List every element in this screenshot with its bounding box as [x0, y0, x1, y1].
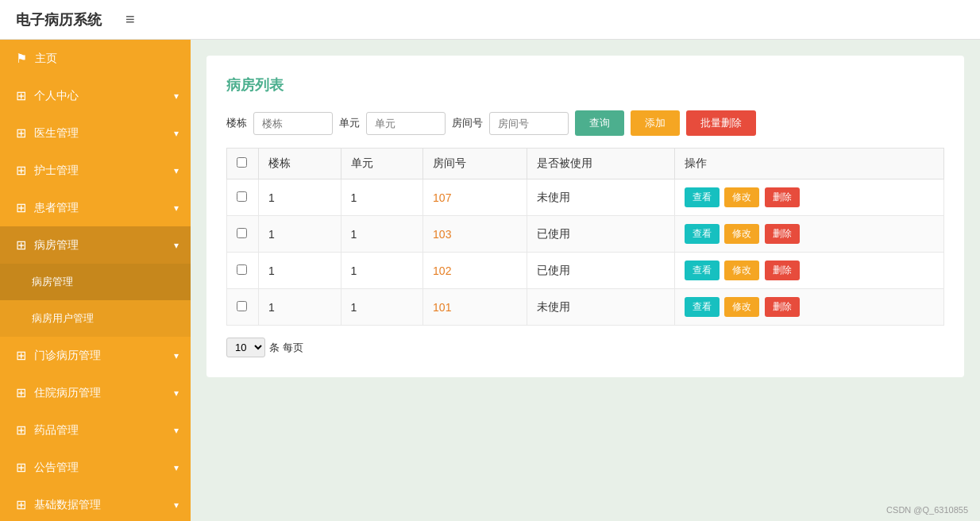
app-title: 电子病历系统	[16, 10, 102, 29]
edit-button[interactable]: 修改	[724, 224, 759, 244]
view-button[interactable]: 查看	[685, 224, 720, 244]
edit-button[interactable]: 修改	[724, 260, 759, 280]
select-all-checkbox[interactable]	[237, 157, 247, 168]
sidebar-label-ward-mgmt: 病房管理	[34, 238, 79, 253]
cell-room: 101	[423, 289, 527, 326]
row-checkbox[interactable]	[237, 191, 247, 202]
grid-icon-basic: ⊞	[16, 497, 26, 512]
sidebar-item-notice[interactable]: ⊞ 公告管理 ▾	[0, 449, 191, 486]
view-button[interactable]: 查看	[685, 260, 720, 280]
cell-unit: 1	[341, 216, 423, 253]
sidebar-label-personal: 个人中心	[34, 89, 79, 103]
per-page-select[interactable]: 102050	[226, 338, 265, 357]
edit-button[interactable]: 修改	[724, 187, 759, 207]
edit-button[interactable]: 修改	[724, 297, 759, 317]
pagination: 102050 条 每页	[226, 338, 944, 357]
grid-icon-notice: ⊞	[16, 460, 26, 475]
sidebar: ⚑ 主页 ⊞ 个人中心 ▾ ⊞ 医生管理 ▾ ⊞ 护士管理 ▾ ⊞ 患者管理 ▾…	[0, 40, 191, 521]
sidebar-item-doctor[interactable]: ⊞ 医生管理 ▾	[0, 114, 191, 152]
search-bar: 楼栋 单元 房间号 查询 添加 批量删除	[226, 110, 944, 136]
main-content: 病房列表 楼栋 单元 房间号 查询 添加 批量删除 楼栋	[191, 40, 980, 521]
grid-icon-inpatient: ⊞	[16, 385, 26, 400]
grid-icon-patient: ⊞	[16, 200, 26, 215]
grid-icon-nurse: ⊞	[16, 163, 26, 178]
sidebar-item-outpatient[interactable]: ⊞ 门诊病历管理 ▾	[0, 337, 191, 374]
sidebar-label-nurse: 护士管理	[34, 164, 79, 178]
view-button[interactable]: 查看	[685, 297, 720, 317]
sidebar-item-patient[interactable]: ⊞ 患者管理 ▾	[0, 189, 191, 226]
delete-button[interactable]: 删除	[765, 297, 800, 317]
row-checkbox[interactable]	[237, 228, 247, 238]
row-checkbox[interactable]	[237, 264, 247, 275]
unit-input[interactable]	[366, 112, 446, 135]
chevron-down-icon-medicine: ▾	[174, 425, 179, 436]
sidebar-item-basic[interactable]: ⊞ 基础数据管理 ▾	[0, 486, 191, 521]
cell-actions: 查看 修改 删除	[674, 253, 943, 289]
cell-status: 未使用	[527, 289, 674, 326]
header: 电子病历系统 ≡	[0, 0, 980, 40]
building-input[interactable]	[253, 112, 333, 135]
sidebar-label-ward-user: 病房用户管理	[32, 311, 94, 326]
menu-toggle-icon[interactable]: ≡	[125, 10, 135, 29]
cell-checkbox	[227, 179, 259, 216]
th-checkbox	[227, 149, 259, 179]
unit-label: 单元	[339, 116, 360, 130]
watermark: CSDN @Q_6310855	[886, 505, 968, 515]
sidebar-label-basic: 基础数据管理	[34, 498, 101, 512]
th-room: 房间号	[423, 149, 527, 179]
th-unit: 单元	[341, 149, 423, 179]
cell-room: 103	[423, 216, 527, 253]
view-button[interactable]: 查看	[685, 187, 720, 207]
delete-button[interactable]: 删除	[765, 260, 800, 280]
chevron-down-icon-nurse: ▾	[174, 165, 179, 176]
delete-button[interactable]: 删除	[765, 187, 800, 207]
sidebar-item-ward-user[interactable]: 病房用户管理	[0, 300, 191, 337]
batch-delete-button[interactable]: 批量删除	[686, 110, 756, 136]
cell-building: 1	[259, 253, 341, 289]
add-button[interactable]: 添加	[631, 110, 680, 136]
chevron-down-icon-inpatient: ▾	[174, 388, 179, 399]
ward-table: 楼栋 单元 房间号 是否被使用 操作 1 1 107 未使用 查看 修改 删除	[226, 148, 944, 326]
page-title: 病房列表	[226, 75, 944, 95]
cell-status: 已使用	[527, 216, 674, 253]
chevron-down-icon-patient: ▾	[174, 203, 179, 214]
sidebar-item-ward-list[interactable]: 病房管理	[0, 264, 191, 300]
cell-actions: 查看 修改 删除	[674, 216, 943, 253]
cell-unit: 1	[341, 179, 423, 216]
table-row: 1 1 107 未使用 查看 修改 删除	[227, 179, 944, 216]
th-status: 是否被使用	[527, 149, 674, 179]
sidebar-item-medicine[interactable]: ⊞ 药品管理 ▾	[0, 411, 191, 449]
row-checkbox[interactable]	[237, 301, 247, 311]
delete-button[interactable]: 删除	[765, 224, 800, 244]
sidebar-item-personal[interactable]: ⊞ 个人中心 ▾	[0, 77, 191, 114]
cell-building: 1	[259, 179, 341, 216]
sidebar-submenu-ward: 病房管理 病房用户管理	[0, 264, 191, 337]
sidebar-label-inpatient: 住院病历管理	[34, 386, 101, 400]
building-label: 楼栋	[226, 116, 247, 130]
cell-status: 未使用	[527, 179, 674, 216]
sidebar-item-ward-mgmt[interactable]: ⊞ 病房管理 ▾	[0, 226, 191, 264]
cell-room: 107	[423, 179, 527, 216]
sidebar-item-nurse[interactable]: ⊞ 护士管理 ▾	[0, 152, 191, 189]
sidebar-label-notice: 公告管理	[34, 461, 79, 475]
sidebar-label-medicine: 药品管理	[34, 423, 79, 438]
th-building: 楼栋	[259, 149, 341, 179]
chevron-down-icon-doctor: ▾	[174, 128, 179, 139]
grid-icon-doctor: ⊞	[16, 125, 26, 141]
cell-status: 已使用	[527, 253, 674, 289]
th-actions: 操作	[674, 149, 943, 179]
sidebar-item-inpatient[interactable]: ⊞ 住院病历管理 ▾	[0, 374, 191, 411]
layout: ⚑ 主页 ⊞ 个人中心 ▾ ⊞ 医生管理 ▾ ⊞ 护士管理 ▾ ⊞ 患者管理 ▾…	[0, 40, 980, 521]
sidebar-item-home[interactable]: ⚑ 主页	[0, 40, 191, 77]
room-label: 房间号	[452, 116, 483, 130]
cell-building: 1	[259, 216, 341, 253]
room-input[interactable]	[489, 112, 569, 135]
flag-icon: ⚑	[16, 51, 27, 66]
sidebar-label-doctor: 医生管理	[34, 126, 79, 141]
cell-unit: 1	[341, 253, 423, 289]
sidebar-label-patient: 患者管理	[34, 201, 79, 215]
chevron-down-icon-basic: ▾	[174, 500, 179, 511]
grid-icon-personal: ⊞	[16, 88, 26, 103]
cell-actions: 查看 修改 删除	[674, 179, 943, 216]
query-button[interactable]: 查询	[575, 110, 624, 136]
